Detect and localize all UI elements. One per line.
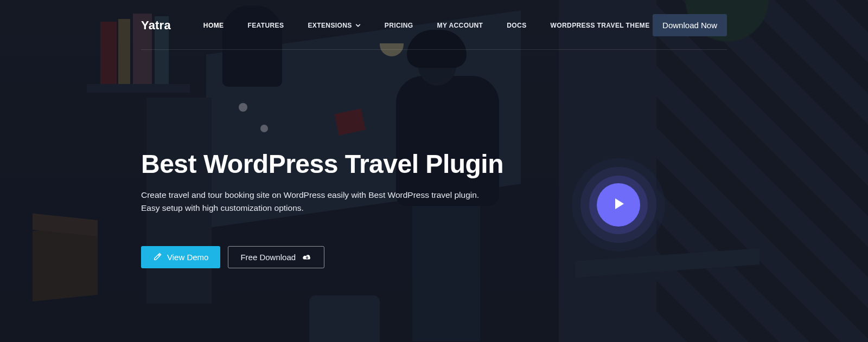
edit-icon — [153, 253, 162, 261]
nav-extensions[interactable]: EXTENSIONS — [308, 22, 360, 29]
button-label: View Demo — [167, 253, 208, 262]
nav-label: WORDPRESS TRAVEL THEME — [551, 22, 650, 29]
hero-title: Best WordPress Travel Plugin — [141, 150, 727, 179]
nav-wordpress-travel-theme[interactable]: WORDPRESS TRAVEL THEME — [551, 22, 650, 29]
hero-subtitle: Create travel and tour booking site on W… — [141, 189, 499, 215]
nav-label: FEATURES — [247, 22, 284, 29]
primary-nav: HOME FEATURES EXTENSIONS PRICING MY ACCO… — [203, 22, 653, 29]
button-label: Free Download — [240, 253, 296, 262]
download-now-button[interactable]: Download Now — [653, 14, 727, 36]
nav-docs[interactable]: DOCS — [507, 22, 526, 29]
nav-label: PRICING — [385, 22, 413, 29]
site-logo[interactable]: Yatra — [141, 18, 171, 33]
nav-label: EXTENSIONS — [308, 22, 352, 29]
nav-features[interactable]: FEATURES — [247, 22, 284, 29]
nav-pricing[interactable]: PRICING — [385, 22, 413, 29]
play-icon — [612, 197, 625, 212]
nav-home[interactable]: HOME — [203, 22, 224, 29]
chevron-down-icon — [355, 23, 361, 28]
cloud-download-icon — [302, 253, 312, 261]
nav-label: DOCS — [507, 22, 526, 29]
nav-label: HOME — [203, 22, 224, 29]
view-demo-button[interactable]: View Demo — [141, 246, 220, 268]
play-video-button[interactable] — [597, 183, 640, 227]
site-header: Yatra HOME FEATURES EXTENSIONS PRICING M… — [141, 0, 727, 50]
free-download-button[interactable]: Free Download — [228, 246, 324, 268]
hero-section: Best WordPress Travel Plugin Create trav… — [136, 50, 732, 268]
nav-label: MY ACCOUNT — [437, 22, 483, 29]
hero-cta-row: View Demo Free Download — [141, 246, 727, 268]
nav-my-account[interactable]: MY ACCOUNT — [437, 22, 483, 29]
